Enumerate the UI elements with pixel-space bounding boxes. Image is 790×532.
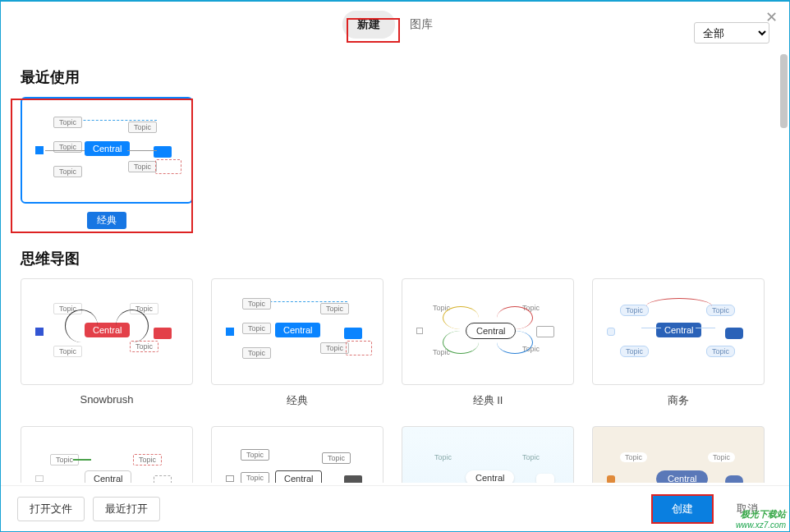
thumb-topic: Topic	[620, 452, 647, 462]
scrollbar-thumb[interactable]	[780, 54, 788, 128]
thumb-topic: Topic	[241, 449, 269, 461]
thumb-central: Central	[85, 141, 130, 156]
thumb-topic: Topic	[128, 161, 157, 172]
template-card-classic[interactable]: Topic Topic Topic Topic Topic Central	[211, 278, 384, 385]
thumb-central: Central	[275, 470, 322, 483]
thumb-classic: Topic Topic Topic Topic Topic Central	[29, 105, 185, 195]
thumb-topic: Topic	[517, 452, 544, 462]
template-label: 经典 II	[402, 393, 574, 408]
thumb-topic: Topic	[242, 298, 271, 310]
tab-new[interactable]: 新建	[342, 11, 395, 39]
thumb-topic: Topic	[322, 452, 351, 464]
template-card-classic2[interactable]: Topic Topic Topic Topic Central	[402, 278, 574, 385]
template-label: Snowbrush	[21, 393, 193, 406]
template-label: 商务	[592, 393, 765, 408]
thumb-topic: Topic	[708, 452, 735, 462]
template-card-6[interactable]: Topic Topic Topic Topic Topic Central	[211, 426, 384, 483]
create-button[interactable]: 创建	[651, 496, 714, 522]
thumb-central: Central	[275, 323, 320, 337]
thumb-central: Central	[85, 470, 131, 483]
thumb-topic: Topic	[242, 323, 271, 334]
thumb-topic: Topic	[241, 472, 269, 483]
recent-card-wrap: Topic Topic Topic Topic Topic Central 经典	[21, 97, 193, 229]
topbar: 新建 图库 ✕ 全部	[1, 2, 789, 48]
recent-open-button[interactable]: 最近打开	[93, 497, 160, 521]
content-scroll[interactable]: 最近使用 Topic Topic Topic Topic Topic Centr…	[1, 48, 789, 483]
thumb-topic: Topic	[620, 305, 649, 316]
thumb-central: Central	[466, 470, 514, 483]
category-select[interactable]: 全部	[694, 22, 769, 44]
recent-card-classic[interactable]: Topic Topic Topic Topic Topic Central	[21, 97, 193, 204]
thumb-topic: Topic	[242, 347, 271, 359]
thumb-topic: Topic	[429, 452, 457, 462]
open-file-button[interactable]: 打开文件	[17, 497, 85, 521]
thumb-topic: Topic	[53, 166, 82, 177]
thumb-central: Central	[656, 470, 708, 483]
thumb-topic: Topic	[320, 303, 349, 314]
template-card-5[interactable]: Topic Topic Topic Topic Central	[21, 426, 193, 483]
thumb-topic: Topic	[620, 346, 649, 357]
tab-gallery[interactable]: 图库	[395, 11, 448, 39]
recent-card-label: 经典	[87, 212, 126, 229]
thumb-topic: Topic	[133, 454, 162, 466]
thumb-topic: Topic	[706, 346, 735, 357]
thumb-topic: Topic	[53, 346, 82, 357]
thumb-central: Central	[656, 323, 701, 337]
thumb-topic: Topic	[53, 117, 82, 128]
template-card-snowbrush[interactable]: Topic Topic Topic Topic Central	[21, 278, 193, 385]
template-label: 经典	[211, 393, 384, 408]
cancel-button[interactable]: 取消	[722, 497, 773, 521]
template-card-7[interactable]: Topic Topic Topic Topic Central	[402, 426, 574, 483]
thumb-topic: Topic	[130, 341, 158, 352]
template-card-business[interactable]: Topic Topic Topic Topic Central	[592, 278, 765, 385]
section-title-recent: 最近使用	[21, 67, 769, 87]
section-title-mindmap: 思维导图	[21, 249, 769, 268]
footer: 打开文件 最近打开 创建 取消	[1, 485, 789, 531]
tabs: 新建 图库	[342, 11, 448, 39]
thumb-topic: Topic	[128, 122, 157, 133]
recent-grid: Topic Topic Topic Topic Topic Central 经典	[21, 97, 769, 229]
thumb-topic: Topic	[320, 342, 349, 354]
mindmap-grid: Topic Topic Topic Topic Central Snowbrus…	[21, 278, 769, 483]
template-card-8[interactable]: Topic Topic Topic Topic Central	[592, 426, 765, 483]
